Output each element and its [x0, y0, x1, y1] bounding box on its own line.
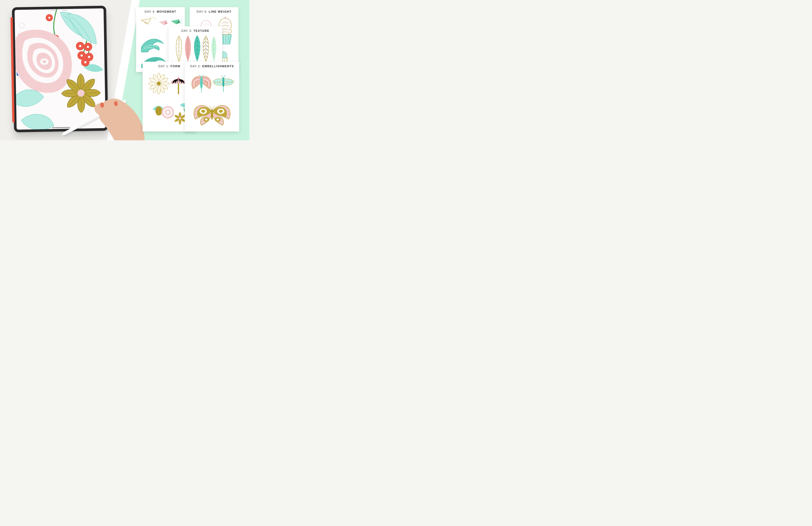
svg-point-57	[196, 117, 197, 118]
svg-point-49	[219, 110, 223, 113]
svg-point-52	[205, 118, 208, 120]
svg-point-59	[228, 111, 229, 112]
svg-point-60	[228, 114, 229, 115]
card-prefix: DAY 3:	[182, 29, 192, 32]
card-prefix: DAY 1:	[158, 64, 169, 68]
card-title: DAY 4: MOVEMENT	[139, 10, 183, 14]
svg-point-35	[179, 117, 181, 120]
svg-point-54	[197, 108, 197, 109]
svg-point-44	[222, 78, 224, 87]
card-prefix: DAY 5:	[197, 10, 207, 13]
svg-point-30	[177, 77, 179, 79]
svg-point-34	[166, 111, 169, 114]
svg-point-48	[201, 110, 205, 113]
svg-point-28	[157, 82, 161, 85]
card-keyword: TEXTURE	[193, 29, 209, 32]
card-prefix: DAY 2:	[190, 64, 201, 68]
svg-point-45	[222, 77, 224, 80]
card-prefix: DAY 4:	[145, 10, 156, 13]
svg-point-53	[217, 118, 219, 120]
svg-point-21	[224, 17, 226, 19]
card-keyword: EMBELLISHMENTS	[202, 64, 234, 68]
card-keyword: LINE WEIGHT	[209, 10, 231, 13]
card-title: DAY 5: LINE WEIGHT	[192, 10, 236, 14]
svg-point-55	[195, 111, 196, 112]
svg-rect-29	[178, 84, 179, 94]
texture-illustration	[171, 34, 220, 64]
card-title: DAY 2: EMBELLISHMENTS	[187, 64, 237, 68]
card-keyword: MOVEMENT	[157, 10, 176, 13]
card-title: DAY 3: TEXTURE	[171, 29, 220, 33]
svg-point-62	[211, 109, 213, 120]
svg-point-61	[228, 117, 228, 118]
svg-point-58	[227, 108, 228, 109]
svg-point-43	[223, 82, 233, 86]
card-keyword: FORM	[171, 64, 180, 68]
svg-point-39	[200, 77, 203, 89]
embellishments-illustration	[187, 70, 237, 128]
card-day2-embellishments: DAY 2: EMBELLISHMENTS	[185, 62, 239, 132]
svg-point-56	[195, 114, 196, 115]
right-panel-worksheet-cards: DAY 4: MOVEMENT	[125, 0, 249, 140]
left-panel-ipad-scene	[0, 0, 130, 140]
svg-point-42	[214, 82, 223, 86]
